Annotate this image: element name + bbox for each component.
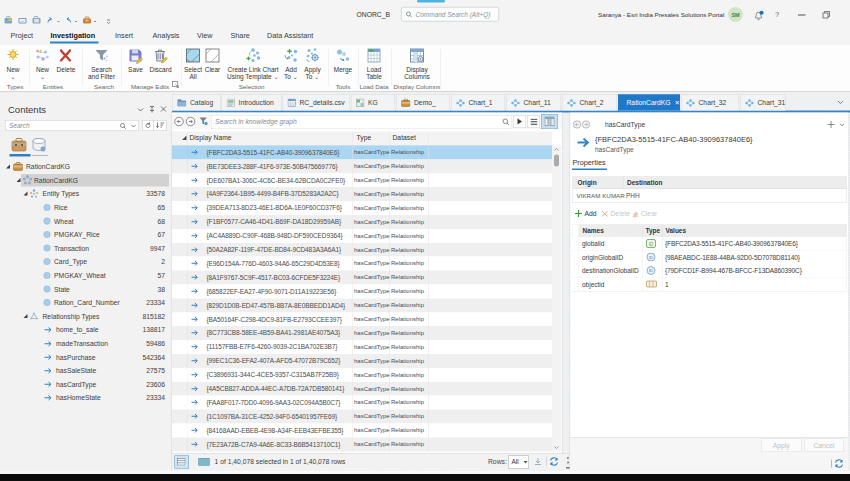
svg-text:ID: ID	[649, 255, 653, 260]
svg-text:ID: ID	[649, 268, 653, 273]
svg-text:ID: ID	[649, 242, 654, 247]
